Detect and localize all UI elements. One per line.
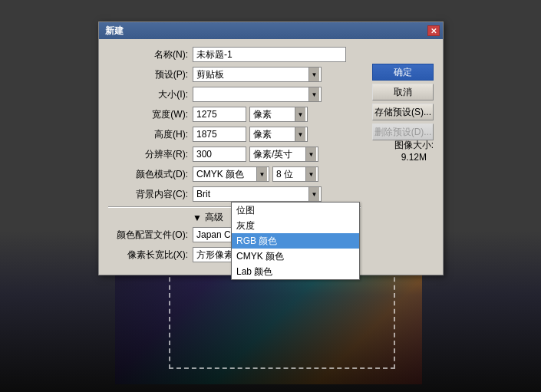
size-arrow-icon: ▼ (308, 87, 319, 101)
advanced-arrow-icon: ▼ (193, 212, 202, 223)
resolution-input[interactable] (193, 147, 246, 162)
resolution-dims: 像素/英寸 ▼ (193, 147, 318, 162)
delete-preset-button[interactable]: 删除预设(D)... (372, 124, 434, 140)
dropdown-item-rgb[interactable]: RGB 颜色 (232, 233, 359, 249)
name-input[interactable] (193, 47, 346, 62)
color-mode-row: 颜色模式(D): CMYK 颜色 ▼ 8 位 ▼ (108, 166, 361, 182)
preset-row: 预设(P): 剪贴板 ▼ (108, 67, 361, 82)
width-input[interactable] (193, 107, 246, 122)
size-label: 大小(I): (108, 88, 193, 101)
color-depth-value: 8 位 (275, 168, 305, 181)
bg-content-value: Brit (195, 189, 308, 199)
dropdown-item-cmyk[interactable]: CMYK 颜色 (232, 249, 359, 264)
width-unit-arrow-icon: ▼ (295, 107, 305, 121)
resolution-unit-value: 像素/英寸 (252, 148, 305, 161)
resolution-unit-arrow-icon: ▼ (305, 147, 316, 161)
color-depth-select[interactable]: 8 位 ▼ (272, 166, 318, 182)
bg-content-select[interactable]: Brit ▼ (193, 186, 322, 202)
size-select[interactable]: ▼ (193, 87, 322, 102)
cancel-button[interactable]: 取消 (372, 84, 434, 100)
width-dims: 像素 ▼ (193, 107, 308, 122)
color-mode-dropdown: 位图 灰度 RGB 颜色 CMYK 颜色 Lab 颜色 (231, 202, 360, 280)
width-unit-select[interactable]: 像素 ▼ (249, 107, 308, 122)
dialog-title: 新建 (105, 25, 124, 38)
resolution-unit-select[interactable]: 像素/英寸 ▼ (249, 147, 318, 162)
width-row: 宽度(W): 像素 ▼ (108, 107, 361, 122)
dialog-content: 确定 取消 存储预设(S)... 删除预设(D)... 名称(N): 预设(P)… (99, 39, 443, 275)
height-unit-value: 像素 (252, 128, 295, 141)
resolution-label: 分辨率(R): (108, 148, 193, 161)
bg-content-row: 背景内容(C): Brit ▼ 位图 灰度 RGB 颜色 CMYK 颜色 Lab… (108, 186, 361, 202)
color-mode-label: 颜色模式(D): (108, 168, 193, 181)
dropdown-item-lab[interactable]: Lab 颜色 (232, 264, 359, 279)
color-mode-select[interactable]: CMYK 颜色 ▼ (193, 166, 269, 182)
close-button[interactable]: ✕ (427, 25, 440, 36)
dropdown-item-grayscale[interactable]: 灰度 (232, 218, 359, 233)
resolution-row: 分辨率(R): 像素/英寸 ▼ (108, 147, 361, 162)
image-info: 图像大小: 9.12M (394, 139, 434, 163)
name-label: 名称(N): (108, 48, 193, 61)
new-dialog: 新建 ✕ 确定 取消 存储预设(S)... 删除预设(D)... 名称(N): … (98, 21, 444, 275)
bg-content-label: 背景内容(C): (108, 188, 193, 201)
color-mode-controls: CMYK 颜色 ▼ 8 位 ▼ (193, 166, 318, 182)
title-bar: 新建 ✕ (99, 22, 443, 39)
selection-marquee (169, 269, 395, 369)
image-size-value: 9.12M (394, 152, 434, 163)
width-unit-value: 像素 (252, 108, 295, 121)
name-row: 名称(N): (108, 47, 361, 62)
bg-content-arrow-icon: ▼ (308, 187, 319, 201)
pixel-ratio-label: 像素长宽比(X): (108, 249, 193, 262)
preset-value: 剪贴板 (195, 68, 308, 81)
advanced-toggle[interactable]: ▼ 高级 (193, 211, 223, 224)
color-profile-label: 颜色配置文件(O): (108, 229, 193, 242)
height-unit-select[interactable]: 像素 ▼ (249, 127, 308, 142)
color-mode-value: CMYK 颜色 (195, 168, 256, 181)
dropdown-item-bitmap[interactable]: 位图 (232, 203, 359, 218)
image-size-label: 图像大小: (394, 139, 434, 152)
height-dims: 像素 ▼ (193, 127, 308, 142)
preset-label: 预设(P): (108, 68, 193, 81)
size-row: 大小(I): ▼ (108, 87, 361, 102)
advanced-label: 高级 (205, 211, 223, 224)
height-label: 高度(H): (108, 128, 193, 141)
ok-button[interactable]: 确定 (372, 64, 434, 81)
height-row: 高度(H): 像素 ▼ (108, 127, 361, 142)
preset-arrow-icon: ▼ (308, 68, 319, 81)
width-label: 宽度(W): (108, 108, 193, 121)
buttons-column: 确定 取消 存储预设(S)... 删除预设(D)... (372, 64, 434, 140)
height-unit-arrow-icon: ▼ (295, 127, 305, 141)
save-preset-button[interactable]: 存储预设(S)... (372, 104, 434, 120)
preset-select[interactable]: 剪贴板 ▼ (193, 67, 322, 82)
height-input[interactable] (193, 127, 246, 142)
color-depth-arrow-icon: ▼ (305, 167, 316, 181)
color-mode-arrow-icon: ▼ (256, 167, 267, 181)
